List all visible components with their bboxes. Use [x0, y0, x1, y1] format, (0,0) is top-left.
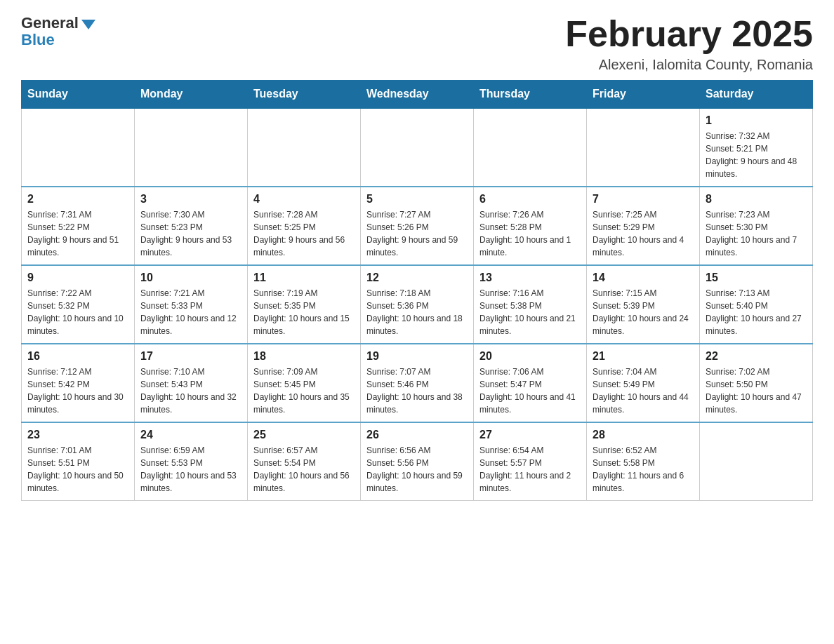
- day-info: Sunrise: 6:56 AM Sunset: 5:56 PM Dayligh…: [366, 444, 468, 495]
- location-subtitle: Alexeni, Ialomita County, Romania: [565, 57, 813, 73]
- day-number: 1: [706, 114, 807, 127]
- calendar-day-cell: 9Sunrise: 7:22 AM Sunset: 5:32 PM Daylig…: [22, 265, 135, 344]
- calendar-day-cell: 20Sunrise: 7:06 AM Sunset: 5:47 PM Dayli…: [474, 344, 587, 422]
- day-of-week-header: Wednesday: [361, 81, 474, 109]
- day-number: 3: [140, 193, 241, 206]
- calendar-week-row: 1Sunrise: 7:32 AM Sunset: 5:21 PM Daylig…: [22, 108, 813, 187]
- day-of-week-header: Friday: [587, 81, 700, 109]
- calendar-day-cell: 5Sunrise: 7:27 AM Sunset: 5:26 PM Daylig…: [361, 187, 474, 265]
- calendar-day-cell: 16Sunrise: 7:12 AM Sunset: 5:42 PM Dayli…: [22, 344, 135, 422]
- calendar-day-cell: 12Sunrise: 7:18 AM Sunset: 5:36 PM Dayli…: [361, 265, 474, 344]
- day-number: 18: [253, 350, 355, 363]
- logo-general-text: General: [21, 14, 79, 32]
- calendar-day-cell: 26Sunrise: 6:56 AM Sunset: 5:56 PM Dayli…: [361, 422, 474, 501]
- calendar-week-row: 2Sunrise: 7:31 AM Sunset: 5:22 PM Daylig…: [22, 187, 813, 265]
- calendar-week-row: 16Sunrise: 7:12 AM Sunset: 5:42 PM Dayli…: [22, 344, 813, 422]
- calendar-day-cell: 15Sunrise: 7:13 AM Sunset: 5:40 PM Dayli…: [700, 265, 813, 344]
- day-number: 5: [366, 193, 468, 206]
- day-number: 10: [140, 271, 241, 284]
- day-number: 4: [253, 193, 355, 206]
- day-info: Sunrise: 6:57 AM Sunset: 5:54 PM Dayligh…: [253, 444, 355, 495]
- day-number: 6: [479, 193, 581, 206]
- day-number: 19: [366, 350, 468, 363]
- day-info: Sunrise: 7:13 AM Sunset: 5:40 PM Dayligh…: [706, 287, 807, 337]
- calendar-day-cell: 22Sunrise: 7:02 AM Sunset: 5:50 PM Dayli…: [700, 344, 813, 422]
- calendar-day-cell: 27Sunrise: 6:54 AM Sunset: 5:57 PM Dayli…: [474, 422, 587, 501]
- month-title: February 2025: [565, 14, 813, 54]
- calendar-week-row: 23Sunrise: 7:01 AM Sunset: 5:51 PM Dayli…: [22, 422, 813, 501]
- day-info: Sunrise: 6:52 AM Sunset: 5:58 PM Dayligh…: [593, 444, 694, 495]
- calendar-day-cell: 10Sunrise: 7:21 AM Sunset: 5:33 PM Dayli…: [135, 265, 248, 344]
- day-info: Sunrise: 6:59 AM Sunset: 5:53 PM Dayligh…: [140, 444, 241, 495]
- day-info: Sunrise: 7:28 AM Sunset: 5:25 PM Dayligh…: [253, 208, 355, 259]
- day-info: Sunrise: 7:25 AM Sunset: 5:29 PM Dayligh…: [593, 208, 694, 259]
- calendar-day-cell: [248, 108, 361, 187]
- calendar-day-cell: 19Sunrise: 7:07 AM Sunset: 5:46 PM Dayli…: [361, 344, 474, 422]
- calendar-day-cell: 21Sunrise: 7:04 AM Sunset: 5:49 PM Dayli…: [587, 344, 700, 422]
- day-info: Sunrise: 7:26 AM Sunset: 5:28 PM Dayligh…: [479, 208, 581, 259]
- day-of-week-header: Thursday: [474, 81, 587, 109]
- calendar-day-cell: 25Sunrise: 6:57 AM Sunset: 5:54 PM Dayli…: [248, 422, 361, 501]
- calendar-day-cell: 24Sunrise: 6:59 AM Sunset: 5:53 PM Dayli…: [135, 422, 248, 501]
- day-info: Sunrise: 7:01 AM Sunset: 5:51 PM Dayligh…: [27, 444, 128, 495]
- day-number: 20: [479, 350, 581, 363]
- day-of-week-header: Tuesday: [248, 81, 361, 109]
- title-section: February 2025 Alexeni, Ialomita County, …: [565, 14, 813, 73]
- calendar-day-cell: 18Sunrise: 7:09 AM Sunset: 5:45 PM Dayli…: [248, 344, 361, 422]
- day-info: Sunrise: 6:54 AM Sunset: 5:57 PM Dayligh…: [479, 444, 581, 495]
- day-number: 25: [253, 429, 355, 441]
- day-number: 27: [479, 429, 581, 441]
- calendar-day-cell: 14Sunrise: 7:15 AM Sunset: 5:39 PM Dayli…: [587, 265, 700, 344]
- day-number: 9: [27, 271, 128, 284]
- day-info: Sunrise: 7:16 AM Sunset: 5:38 PM Dayligh…: [479, 287, 581, 337]
- day-info: Sunrise: 7:02 AM Sunset: 5:50 PM Dayligh…: [706, 365, 807, 416]
- day-info: Sunrise: 7:15 AM Sunset: 5:39 PM Dayligh…: [593, 287, 694, 337]
- calendar-day-cell: 4Sunrise: 7:28 AM Sunset: 5:25 PM Daylig…: [248, 187, 361, 265]
- calendar-day-cell: [135, 108, 248, 187]
- day-number: 26: [366, 429, 468, 441]
- day-of-week-header: Saturday: [700, 81, 813, 109]
- day-of-week-header: Monday: [135, 81, 248, 109]
- calendar-day-cell: 8Sunrise: 7:23 AM Sunset: 5:30 PM Daylig…: [700, 187, 813, 265]
- day-number: 12: [366, 271, 468, 284]
- day-info: Sunrise: 7:21 AM Sunset: 5:33 PM Dayligh…: [140, 287, 241, 337]
- calendar-header-row: SundayMondayTuesdayWednesdayThursdayFrid…: [22, 81, 813, 109]
- day-info: Sunrise: 7:23 AM Sunset: 5:30 PM Dayligh…: [706, 208, 807, 259]
- day-info: Sunrise: 7:19 AM Sunset: 5:35 PM Dayligh…: [253, 287, 355, 337]
- calendar-table: SundayMondayTuesdayWednesdayThursdayFrid…: [21, 80, 813, 501]
- day-number: 14: [593, 271, 694, 284]
- day-info: Sunrise: 7:30 AM Sunset: 5:23 PM Dayligh…: [140, 208, 241, 259]
- day-info: Sunrise: 7:32 AM Sunset: 5:21 PM Dayligh…: [706, 130, 807, 180]
- day-number: 24: [140, 429, 241, 441]
- calendar-day-cell: [474, 108, 587, 187]
- day-of-week-header: Sunday: [22, 81, 135, 109]
- day-info: Sunrise: 7:10 AM Sunset: 5:43 PM Dayligh…: [140, 365, 241, 416]
- day-info: Sunrise: 7:09 AM Sunset: 5:45 PM Dayligh…: [253, 365, 355, 416]
- calendar-day-cell: 13Sunrise: 7:16 AM Sunset: 5:38 PM Dayli…: [474, 265, 587, 344]
- day-number: 17: [140, 350, 241, 363]
- day-info: Sunrise: 7:31 AM Sunset: 5:22 PM Dayligh…: [27, 208, 128, 259]
- logo: General Blue: [21, 14, 95, 49]
- day-info: Sunrise: 7:07 AM Sunset: 5:46 PM Dayligh…: [366, 365, 468, 416]
- calendar-day-cell: [700, 422, 813, 501]
- day-number: 7: [593, 193, 694, 206]
- calendar-day-cell: 11Sunrise: 7:19 AM Sunset: 5:35 PM Dayli…: [248, 265, 361, 344]
- day-number: 13: [479, 271, 581, 284]
- day-number: 22: [706, 350, 807, 363]
- calendar-day-cell: 7Sunrise: 7:25 AM Sunset: 5:29 PM Daylig…: [587, 187, 700, 265]
- day-number: 11: [253, 271, 355, 284]
- day-info: Sunrise: 7:12 AM Sunset: 5:42 PM Dayligh…: [27, 365, 128, 416]
- day-number: 28: [593, 429, 694, 441]
- day-info: Sunrise: 7:27 AM Sunset: 5:26 PM Dayligh…: [366, 208, 468, 259]
- calendar-day-cell: 17Sunrise: 7:10 AM Sunset: 5:43 PM Dayli…: [135, 344, 248, 422]
- page-header: General Blue February 2025 Alexeni, Ialo…: [21, 14, 813, 73]
- day-number: 23: [27, 429, 128, 441]
- calendar-day-cell: 28Sunrise: 6:52 AM Sunset: 5:58 PM Dayli…: [587, 422, 700, 501]
- logo-arrow-icon: [81, 20, 95, 29]
- day-info: Sunrise: 7:22 AM Sunset: 5:32 PM Dayligh…: [27, 287, 128, 337]
- calendar-day-cell: [361, 108, 474, 187]
- calendar-day-cell: 1Sunrise: 7:32 AM Sunset: 5:21 PM Daylig…: [700, 108, 813, 187]
- calendar-day-cell: [587, 108, 700, 187]
- day-number: 15: [706, 271, 807, 284]
- day-number: 21: [593, 350, 694, 363]
